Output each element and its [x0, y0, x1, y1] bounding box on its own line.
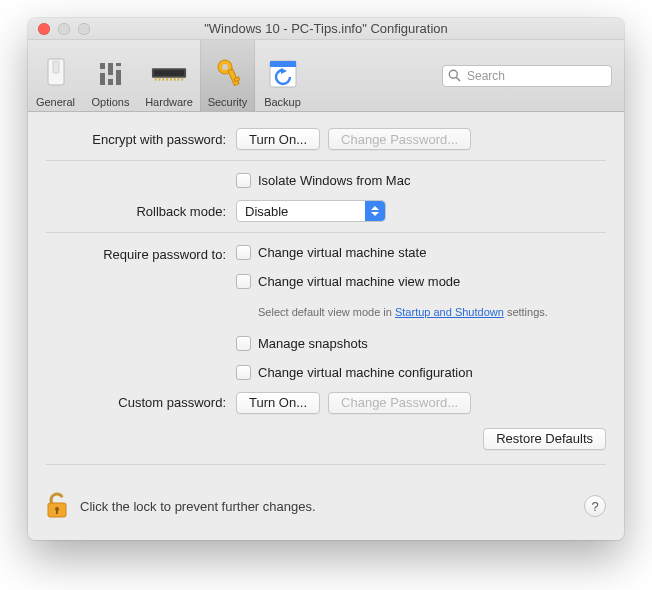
svg-rect-4	[108, 63, 113, 85]
toolbar: General Options Hardware	[28, 40, 624, 112]
tab-general[interactable]: General	[28, 40, 83, 111]
security-icon	[210, 56, 246, 92]
divider	[46, 464, 606, 465]
divider	[46, 160, 606, 161]
tab-options[interactable]: Options	[83, 40, 138, 111]
isolate-checkbox[interactable]	[236, 173, 251, 188]
zoom-window-button[interactable]	[78, 23, 90, 35]
window-title: "Windows 10 - PC-Tips.info" Configuratio…	[28, 21, 624, 36]
search-icon	[448, 69, 461, 85]
require-viewmode-label: Change virtual machine view mode	[258, 274, 460, 289]
svg-rect-10	[155, 78, 157, 81]
encrypt-change-password-button: Change Password...	[328, 128, 471, 150]
tab-label: Options	[92, 96, 130, 108]
hardware-icon	[151, 56, 187, 92]
svg-rect-17	[181, 78, 183, 81]
tab-label: Backup	[264, 96, 301, 108]
startup-shutdown-link[interactable]: Startup and Shutdown	[395, 306, 504, 318]
encrypt-label: Encrypt with password:	[46, 132, 236, 147]
options-icon	[93, 56, 129, 92]
custom-password-label: Custom password:	[46, 395, 236, 410]
tab-label: Hardware	[145, 96, 193, 108]
svg-rect-2	[100, 63, 105, 85]
lock-icon[interactable]	[44, 491, 70, 522]
encrypt-turn-on-button[interactable]: Turn On...	[236, 128, 320, 150]
require-state-label: Change virtual machine state	[258, 245, 426, 260]
require-state-checkbox[interactable]	[236, 245, 251, 260]
require-snapshots-label: Manage snapshots	[258, 336, 368, 351]
select-arrows-icon	[365, 201, 385, 221]
divider	[46, 232, 606, 233]
tab-backup[interactable]: Backup	[255, 40, 310, 111]
viewmode-hint: Select default view mode in Startup and …	[258, 305, 548, 320]
backup-icon	[265, 56, 301, 92]
svg-rect-5	[108, 75, 113, 79]
general-icon	[38, 56, 74, 92]
titlebar: "Windows 10 - PC-Tips.info" Configuratio…	[28, 18, 624, 40]
search-field-wrapper	[442, 65, 612, 87]
help-button[interactable]: ?	[584, 495, 606, 517]
svg-rect-13	[166, 78, 168, 81]
require-config-label: Change virtual machine configuration	[258, 365, 473, 380]
footer: Click the lock to prevent further change…	[28, 477, 624, 540]
require-viewmode-checkbox[interactable]	[236, 274, 251, 289]
svg-rect-11	[159, 78, 161, 81]
svg-rect-16	[178, 78, 180, 81]
isolate-label: Isolate Windows from Mac	[258, 173, 410, 188]
tab-label: Security	[208, 96, 248, 108]
svg-rect-1	[53, 61, 59, 73]
require-password-label: Require password to:	[46, 245, 236, 262]
configuration-window: "Windows 10 - PC-Tips.info" Configuratio…	[28, 18, 624, 540]
svg-point-19	[222, 64, 228, 70]
require-config-checkbox[interactable]	[236, 365, 251, 380]
restore-defaults-button[interactable]: Restore Defaults	[483, 428, 606, 450]
search-input[interactable]	[442, 65, 612, 87]
lock-text: Click the lock to prevent further change…	[80, 499, 316, 514]
svg-rect-3	[100, 69, 105, 73]
custom-turn-on-button[interactable]: Turn On...	[236, 392, 320, 414]
svg-rect-14	[170, 78, 172, 81]
svg-line-26	[456, 77, 460, 81]
custom-change-password-button: Change Password...	[328, 392, 471, 414]
close-window-button[interactable]	[38, 23, 50, 35]
tab-hardware[interactable]: Hardware	[138, 40, 200, 111]
tab-security[interactable]: Security	[200, 40, 255, 111]
tab-label: General	[36, 96, 75, 108]
svg-rect-9	[154, 70, 184, 76]
svg-rect-12	[162, 78, 164, 81]
svg-rect-29	[56, 509, 58, 514]
minimize-window-button[interactable]	[58, 23, 70, 35]
rollback-label: Rollback mode:	[46, 204, 236, 219]
traffic-lights	[38, 23, 90, 35]
svg-rect-23	[270, 61, 296, 67]
hint-prefix: Select default view mode in	[258, 306, 395, 318]
rollback-value: Disable	[245, 204, 288, 219]
rollback-select[interactable]: Disable	[236, 200, 386, 222]
svg-rect-15	[174, 78, 176, 81]
svg-point-25	[449, 70, 457, 78]
hint-suffix: settings.	[504, 306, 548, 318]
require-snapshots-checkbox[interactable]	[236, 336, 251, 351]
security-panel: Encrypt with password: Turn On... Change…	[28, 112, 624, 477]
svg-rect-7	[116, 66, 121, 70]
